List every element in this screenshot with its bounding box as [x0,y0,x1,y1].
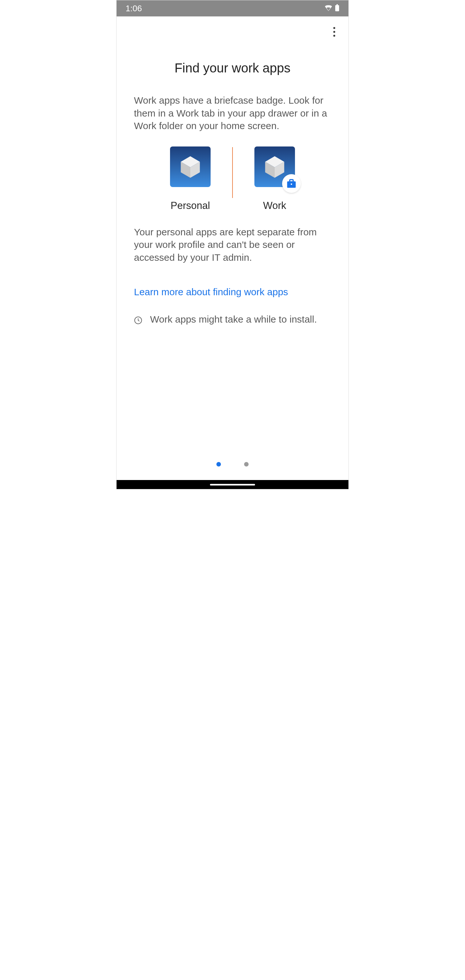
nav-handle[interactable] [210,484,255,485]
content: Find your work apps Work apps have a bri… [116,16,349,480]
learn-more-link[interactable]: Learn more about finding work apps [134,286,288,298]
page-dot-2[interactable] [244,462,248,466]
wifi-icon [325,5,332,12]
status-bar: 1:06 [116,0,349,16]
more-button[interactable] [328,25,341,38]
app-comparison: Personal [134,146,331,212]
personal-column: Personal [148,146,232,212]
svg-rect-9 [290,180,293,182]
battery-icon [335,4,339,13]
main: Find your work apps Work apps have a bri… [117,38,348,326]
more-vert-icon [333,27,335,37]
install-note-text: Work apps might take a while to install. [150,313,317,326]
page-title: Find your work apps [134,61,331,75]
work-column: Work [233,146,317,212]
work-app-icon [255,146,295,187]
svg-rect-0 [335,5,339,11]
personal-label: Personal [171,200,210,212]
intro-paragraph: Work apps have a briefcase badge. Look f… [134,94,331,132]
status-icons [325,4,339,13]
top-bar [117,16,348,38]
separation-paragraph: Your personal apps are kept separate fro… [134,226,331,264]
briefcase-icon [286,179,296,188]
svg-rect-1 [336,4,338,5]
work-label: Work [263,200,286,212]
page-indicator [116,462,349,466]
svg-rect-10 [291,183,292,185]
cube-icon [178,154,203,179]
work-badge [282,174,301,193]
status-time: 1:06 [126,3,142,14]
cube-icon [262,154,287,179]
page-dot-1[interactable] [217,462,221,466]
nav-bar [116,480,349,489]
personal-app-icon [170,146,210,187]
install-note: Work apps might take a while to install. [134,313,331,326]
clock-icon [134,316,142,326]
